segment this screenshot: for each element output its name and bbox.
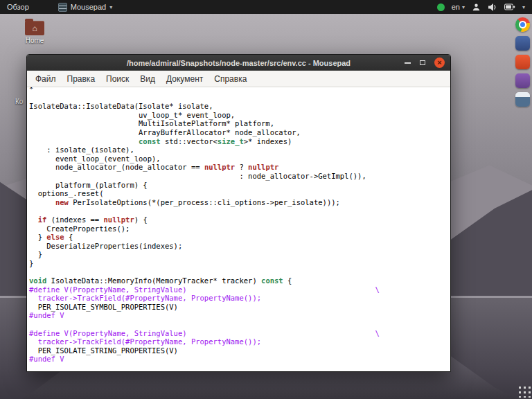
text-editor-icon[interactable] [515,92,530,107]
mousepad-window: /home/admiral/Snapshots/node-master/src/… [26,54,451,372]
code-line: CreateProperties(); [29,224,450,233]
activities-button[interactable]: Обзор [0,0,36,14]
code-line: IsolateData::IsolateData(Isolate* isolat… [29,102,450,111]
menu-item-file[interactable]: Файл [30,72,62,86]
code-line: tracker->TrackField(#PropertyName, Prope… [29,337,450,346]
menu-item-help[interactable]: Справка [209,72,252,86]
mousepad-app-icon [58,3,67,12]
code-line [29,206,450,215]
code-line: new PerIsolateOptions(*(per_process::cli… [29,198,450,207]
desktop-icon-home[interactable]: ⌂ Home [19,18,50,44]
window-controls: × [405,57,445,68]
chrome-icon[interactable] [515,17,530,32]
code-line [29,267,450,276]
code-line [29,94,450,103]
code-line: MultiIsolatePlatform* platform, [29,119,450,128]
menu-item-edit[interactable]: Правка [62,72,101,86]
code-line: PER_ISOLATE_SYMBOL_PROPERTIES(V) [29,303,450,312]
code-line: } [29,250,450,259]
close-button[interactable]: × [434,57,445,68]
code-line: #undef V [29,355,450,364]
keyboard-layout-label: en [452,3,460,11]
code-line: ArrayBufferAllocator* node_allocator, [29,128,450,137]
code-line: event_loop_(event_loop), [29,154,450,163]
code-line: #define V(PropertyName, StringValue) \ [29,329,450,338]
code-line: uv_loop_t* event_loop, [29,111,450,120]
menu-bar: Файл Правка Поиск Вид Документ Справка [27,71,450,87]
system-tray: en ▾ ▾ [437,0,532,14]
menu-item-view[interactable]: Вид [134,72,161,86]
code-line [29,364,450,371]
files-icon[interactable] [515,36,530,51]
window-titlebar[interactable]: /home/admiral/Snapshots/node-master/src/… [27,55,450,71]
code-line: #define V(PropertyName, StringValue) \ [29,285,450,294]
code-area: *IsolateData::IsolateData(Isolate* isola… [27,87,450,371]
status-indicator-icon[interactable] [437,3,445,11]
dock [515,17,530,107]
code-line: : node_allocator->GetImpl()), [29,172,450,181]
volume-icon[interactable] [488,3,497,12]
desktop-icon-label-fragment: Ко [15,98,23,105]
code-line: DeserializeProperties(indexes); [29,242,450,251]
keyboard-layout-indicator[interactable]: en ▾ [452,3,465,11]
code-line: const std::vector<size_t>* indexes) [29,137,450,146]
accessibility-icon[interactable] [472,3,481,12]
code-line [29,320,450,329]
code-line: : isolate_(isolate), [29,145,450,154]
app-menu-label: Mousepad [71,3,106,11]
code-line: platform_(platform) { [29,181,450,190]
code-line: if (indexes == nullptr) { [29,215,450,224]
top-panel: Обзор Mousepad ▾ en ▾ ▾ [0,0,532,14]
battery-icon[interactable] [504,3,515,10]
home-folder-icon: ⌂ [25,21,44,35]
code-line: * [29,87,450,94]
window-title: /home/admiral/Snapshots/node-master/src/… [127,59,351,67]
chevron-down-icon[interactable]: ▾ [522,4,525,10]
code-line: #undef V [29,311,450,320]
code-line: } else { [29,233,450,242]
code-line: void IsolateData::MemoryInfo(MemoryTrack… [29,276,450,285]
code-line: options_.reset( [29,189,450,198]
code-line: node_allocator_(node_allocator == nullpt… [29,163,450,172]
editor-area[interactable]: *IsolateData::IsolateData(Isolate* isola… [27,87,450,371]
software-icon[interactable] [515,55,530,69]
desktop: Обзор Mousepad ▾ en ▾ ▾ ⌂ Home [0,0,532,399]
settings-icon[interactable] [515,73,530,88]
code-line: tracker->TrackField(#PropertyName, Prope… [29,294,450,303]
show-applications-icon[interactable] [517,384,531,398]
minimize-button[interactable] [405,62,411,64]
maximize-button[interactable] [420,60,425,65]
app-menu-button[interactable]: Mousepad ▾ [54,0,116,14]
code-line: PER_ISOLATE_STRING_PROPERTIES(V) [29,346,450,355]
chevron-down-icon: ▾ [462,4,465,10]
menu-item-search[interactable]: Поиск [100,72,134,86]
chevron-down-icon: ▾ [109,4,112,10]
home-icon-label: Home [19,37,50,44]
code-line: } [29,259,450,268]
menu-item-document[interactable]: Документ [161,72,209,86]
